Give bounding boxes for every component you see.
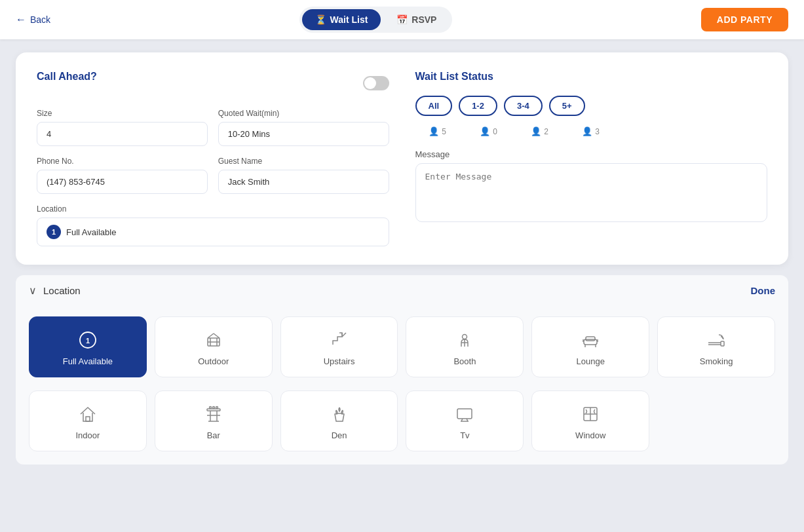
lounge-icon	[581, 330, 600, 350]
count-1-2: 👤 0	[467, 126, 511, 136]
location-bar[interactable]: ∨ Location Done	[16, 275, 788, 306]
bar-label: Bar	[207, 430, 220, 440]
count-all: 👤 5	[415, 126, 460, 136]
svg-rect-20	[86, 417, 90, 421]
call-ahead-section: Call Ahead? Size Quoted Wait(min)	[37, 71, 389, 246]
svg-line-4	[214, 333, 220, 338]
add-party-button[interactable]: ADD PARTY	[701, 8, 788, 31]
back-button[interactable]: ← Back	[16, 14, 50, 26]
location-item-den[interactable]: Den	[280, 390, 398, 451]
count-1-2-value: 0	[493, 127, 497, 136]
hourglass-icon: ⏳	[315, 14, 326, 25]
location-bar-left: ∨ Location	[29, 284, 81, 297]
full-available-label: Full Available	[63, 356, 113, 366]
pill-all[interactable]: All	[415, 96, 453, 116]
svg-rect-19	[721, 341, 724, 346]
indoor-icon	[78, 404, 98, 424]
location-item-smoking[interactable]: Smoking	[657, 316, 775, 377]
svg-rect-12	[586, 337, 595, 341]
phone-input[interactable]	[37, 170, 208, 194]
size-input[interactable]	[37, 122, 208, 146]
done-button[interactable]: Done	[751, 285, 776, 296]
quoted-wait-label: Quoted Wait(min)	[218, 109, 389, 118]
full-available-icon: 1	[78, 330, 98, 350]
pill-3-4[interactable]: 3-4	[504, 96, 543, 116]
tab-waitlist[interactable]: ⏳ Wait List	[302, 9, 381, 30]
location-item-full-available[interactable]: 1 Full Available	[29, 316, 147, 377]
location-section: ∨ Location Done 1 Full Available	[16, 275, 788, 465]
calendar-icon: 📅	[396, 14, 408, 25]
svg-rect-29	[457, 409, 472, 419]
person-icon-5plus: 👤	[582, 126, 592, 136]
message-textarea[interactable]	[415, 163, 768, 222]
size-group: Size	[37, 109, 208, 146]
pill-1-2[interactable]: 1-2	[459, 96, 497, 116]
tv-icon	[455, 404, 474, 424]
location-item-upstairs[interactable]: Upstairs	[280, 316, 398, 377]
indoor-label: Indoor	[75, 430, 100, 440]
call-ahead-header: Call Ahead?	[37, 71, 389, 96]
person-icon-all: 👤	[429, 126, 439, 136]
location-item-window[interactable]: Window	[531, 390, 649, 451]
location-item-booth[interactable]: Booth	[406, 316, 524, 377]
guest-name-label: Guest Name	[218, 157, 389, 166]
count-5plus: 👤 3	[569, 126, 613, 136]
booth-label: Booth	[453, 356, 476, 366]
location-badge: 1	[47, 225, 61, 239]
main-content: Call Ahead? Size Quoted Wait(min)	[0, 39, 804, 532]
outdoor-label: Outdoor	[198, 356, 229, 366]
phone-label: Phone No.	[37, 157, 208, 166]
svg-rect-21	[207, 409, 220, 411]
outdoor-icon	[204, 330, 223, 350]
phone-name-row: Phone No. Guest Name	[37, 157, 389, 194]
tab-rsvp[interactable]: 📅 RSVP	[383, 9, 450, 30]
location-item-tv[interactable]: Tv	[406, 390, 524, 451]
back-label: Back	[30, 14, 50, 25]
bar-icon	[204, 404, 223, 424]
location-label: Location	[37, 204, 389, 214]
pill-5plus[interactable]: 5+	[549, 96, 585, 116]
location-item-indoor[interactable]: Indoor	[29, 390, 147, 451]
waitlist-status-section: Wait List Status All 1-2 3-4 5+ 👤 5 👤 0	[415, 71, 768, 246]
location-input-wrapper[interactable]: 1 Full Available	[37, 218, 389, 246]
svg-line-3	[208, 333, 214, 338]
location-bar-title: Location	[43, 285, 81, 296]
phone-group: Phone No.	[37, 157, 208, 194]
status-pills: All 1-2 3-4 5+	[415, 96, 768, 116]
svg-point-9	[463, 335, 467, 339]
location-item-bar[interactable]: Bar	[155, 390, 273, 451]
guest-name-input[interactable]	[218, 170, 389, 194]
quoted-wait-group: Quoted Wait(min)	[218, 109, 389, 146]
message-label: Message	[415, 149, 768, 159]
lounge-label: Lounge	[577, 356, 605, 366]
waitlist-status-title: Wait List Status	[415, 71, 768, 83]
tab-waitlist-label: Wait List	[330, 14, 368, 25]
count-3-4-value: 2	[544, 127, 548, 136]
quoted-wait-input[interactable]	[218, 122, 389, 146]
den-icon	[330, 404, 349, 424]
count-all-value: 5	[442, 127, 446, 136]
svg-point-27	[212, 407, 214, 409]
location-grid-row2: Indoor Bar	[16, 390, 788, 465]
location-item-lounge[interactable]: Lounge	[531, 316, 649, 377]
call-ahead-title: Call Ahead?	[37, 71, 97, 83]
svg-point-28	[216, 407, 218, 409]
count-3-4: 👤 2	[518, 126, 562, 136]
den-label: Den	[332, 430, 347, 440]
location-group: Location 1 Full Available	[37, 204, 389, 246]
size-label: Size	[37, 109, 208, 118]
status-counts: 👤 5 👤 0 👤 2 👤 3	[415, 126, 768, 136]
location-item-outdoor[interactable]: Outdoor	[155, 316, 273, 377]
form-card: Call Ahead? Size Quoted Wait(min)	[16, 52, 788, 265]
call-ahead-toggle[interactable]	[363, 76, 389, 90]
smoking-icon	[706, 330, 726, 350]
location-value: Full Available	[66, 227, 116, 237]
smoking-label: Smoking	[700, 356, 733, 366]
tab-rsvp-label: RSVP	[412, 14, 436, 25]
upstairs-icon	[330, 330, 349, 350]
tv-label: Tv	[460, 430, 469, 440]
top-nav: ← Back ⏳ Wait List 📅 RSVP ADD PARTY	[0, 0, 804, 39]
window-label: Window	[575, 430, 605, 440]
upstairs-label: Upstairs	[324, 356, 355, 366]
person-icon-3-4: 👤	[531, 126, 541, 136]
